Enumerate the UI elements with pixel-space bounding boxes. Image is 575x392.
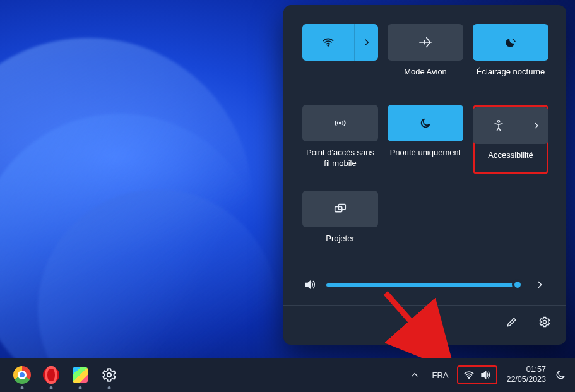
taskbar-clock[interactable]: 01:57 22/05/2023: [501, 365, 546, 384]
svg-point-0: [328, 45, 329, 46]
notification-center-button[interactable]: [550, 369, 566, 381]
wifi-icon: [322, 36, 335, 49]
night-light-icon: [504, 36, 517, 49]
clock-date: 22/05/2023: [506, 375, 546, 385]
airplane-icon: [418, 35, 432, 49]
svg-point-3: [340, 122, 341, 124]
wifi-expand-button[interactable]: [354, 24, 378, 61]
taskbar-app-opera[interactable]: [37, 358, 66, 392]
project-icon: [333, 202, 347, 216]
opera-icon: [43, 367, 59, 383]
svg-point-7: [543, 321, 547, 324]
mobile-hotspot-tile[interactable]: [302, 105, 378, 141]
accessibility-label: Accessibilité: [488, 150, 533, 172]
volume-icon[interactable]: [302, 277, 317, 292]
hotspot-icon: [333, 116, 347, 130]
project-tile[interactable]: [302, 191, 378, 227]
svg-point-10: [469, 377, 470, 379]
accessibility-toggle[interactable]: [473, 107, 525, 144]
volume-slider-fill: [326, 283, 518, 287]
chrome-icon: [13, 366, 31, 384]
edit-quick-settings-button[interactable]: [504, 314, 519, 330]
network-volume-tray[interactable]: [457, 365, 497, 384]
focus-assist-tile[interactable]: [388, 105, 463, 141]
moon-icon: [419, 117, 432, 129]
mobile-hotspot-label: Point d'accès sans fil mobile: [302, 148, 378, 169]
quick-settings-tiles: Mode Avion Éclairage nocturne: [302, 24, 547, 255]
svg-point-1: [513, 39, 514, 40]
taskbar-app-chrome[interactable]: [8, 358, 37, 392]
airplane-mode-label: Mode Avion: [404, 67, 447, 88]
svg-point-4: [497, 121, 499, 122]
language-indicator[interactable]: FRA: [427, 371, 453, 380]
volume-slider-thumb[interactable]: [512, 279, 523, 290]
quick-settings-footer: [283, 305, 566, 338]
accessibility-highlight: Accessibilité: [473, 105, 548, 174]
taskbar: FRA 01:57 22/05/2023: [0, 358, 575, 392]
svg-point-2: [514, 41, 515, 42]
wifi-icon: [463, 369, 475, 381]
airplane-mode-tile[interactable]: [388, 24, 463, 61]
taskbar-app-settings[interactable]: [95, 358, 124, 392]
chevron-right-icon: [533, 122, 540, 129]
files-icon: [73, 367, 88, 383]
accessibility-tile[interactable]: [473, 107, 548, 144]
accessibility-icon: [492, 119, 505, 132]
volume-slider[interactable]: [326, 283, 523, 287]
tray-overflow-button[interactable]: [406, 371, 423, 379]
focus-assist-label: Priorité uniquement: [390, 148, 461, 169]
volume-row: [302, 270, 547, 305]
wifi-toggle[interactable]: [302, 24, 354, 61]
gear-icon: [101, 367, 117, 383]
wifi-tile[interactable]: [302, 24, 378, 61]
night-light-tile[interactable]: [473, 24, 548, 61]
accessibility-expand-button[interactable]: [525, 107, 548, 144]
project-label: Projeter: [326, 234, 355, 255]
quick-settings-panel: Mode Avion Éclairage nocturne: [283, 5, 566, 345]
svg-point-9: [107, 373, 112, 377]
volume-icon: [480, 369, 491, 381]
night-light-label: Éclairage nocturne: [477, 67, 545, 88]
volume-expand-button[interactable]: [532, 277, 547, 292]
settings-button[interactable]: [537, 314, 552, 330]
chevron-right-icon: [362, 38, 371, 47]
clock-time: 01:57: [506, 365, 546, 375]
taskbar-app-files[interactable]: [66, 358, 95, 392]
